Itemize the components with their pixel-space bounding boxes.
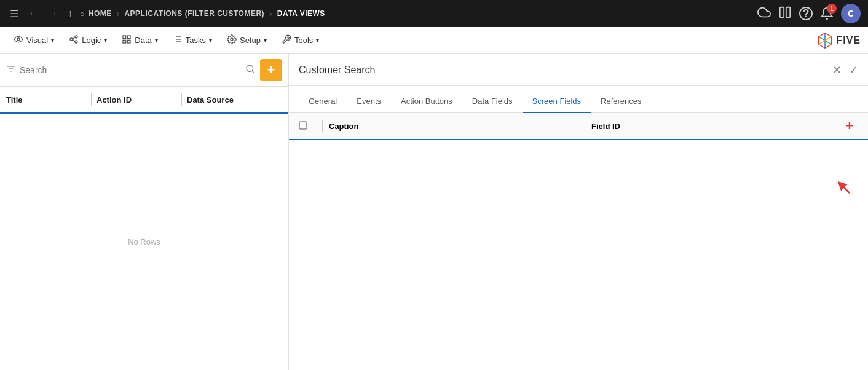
breadcrumb-data-views[interactable]: DATA VIEWS [277, 9, 325, 18]
home-icon: ⌂ [80, 9, 85, 18]
search-input[interactable] [20, 65, 240, 75]
fields-col-sep-2 [585, 120, 585, 132]
data-icon [122, 34, 132, 46]
svg-point-5 [75, 41, 77, 43]
tools-icon [282, 34, 291, 46]
breadcrumb-arrow-2: › [269, 9, 272, 18]
up-button[interactable]: ↑ [65, 6, 75, 22]
breadcrumb-home[interactable]: ⌂ HOME [80, 9, 112, 18]
svg-rect-11 [128, 40, 131, 43]
svg-rect-1 [786, 7, 790, 17]
menu-item-setup[interactable]: Setup ▾ [221, 31, 273, 50]
five-logo-text: FIVE [836, 35, 861, 46]
menu-bar: Visual ▾ Logic ▾ Data ▾ Tasks ▾ Setup ▾ … [0, 27, 868, 54]
logic-icon [69, 34, 79, 46]
column-data-source: Data Source [187, 95, 282, 104]
top-nav-bar: ☰ ← → ↑ ⌂ HOME › APPLICATIONS (FILTER CU… [0, 0, 868, 27]
check-icon: ✓ [849, 64, 858, 76]
menu-item-tools[interactable]: Tools ▾ [275, 31, 325, 50]
fields-col-sep-1 [322, 120, 323, 132]
col-separator-1 [91, 93, 92, 106]
top-nav-left: ☰ ← → ↑ ⌂ HOME › APPLICATIONS (FILTER CU… [7, 6, 751, 22]
svg-rect-8 [123, 36, 126, 39]
no-rows-text: No Rows [128, 237, 160, 246]
tab-references[interactable]: References [591, 90, 651, 113]
tab-data-fields[interactable]: Data Fields [462, 90, 523, 113]
col-separator-2 [181, 93, 182, 106]
forward-icon: → [48, 8, 58, 19]
fields-col-caption: Caption [329, 122, 578, 131]
hamburger-icon: ☰ [10, 8, 18, 20]
svg-line-6 [73, 37, 75, 39]
add-icon: + [267, 62, 275, 78]
tab-screen-fields[interactable]: Screen Fields [523, 90, 591, 113]
setup-icon [227, 34, 237, 46]
close-icon: ✕ [832, 64, 842, 76]
five-logo: FIVE [816, 32, 861, 49]
svg-rect-0 [780, 7, 784, 17]
breadcrumb-arrow-1: › [117, 9, 120, 18]
visual-icon [14, 34, 23, 46]
fields-add-button[interactable]: + [841, 117, 858, 135]
books-icon[interactable] [778, 6, 792, 22]
breadcrumb: ⌂ HOME › APPLICATIONS (FILTER CUSTOMER) … [80, 9, 325, 18]
menu-item-visual[interactable]: Visual ▾ [7, 31, 60, 50]
up-icon: ↑ [68, 8, 73, 19]
panel-close-button[interactable]: ✕ [832, 63, 842, 77]
right-panel-wrapper: Customer Search ✕ ✓ General Events [289, 54, 868, 370]
top-nav-right: ? 1 C [757, 4, 861, 23]
table-header: Title Action ID Data Source [0, 87, 288, 114]
menu-item-logic[interactable]: Logic ▾ [63, 31, 113, 50]
menu-icon-button[interactable]: ☰ [7, 6, 21, 22]
svg-point-18 [231, 38, 233, 41]
tab-events[interactable]: Events [347, 90, 391, 113]
right-panel: Customer Search ✕ ✓ General Events [289, 54, 868, 370]
menu-item-tasks[interactable]: Tasks ▾ [167, 31, 218, 50]
back-button[interactable]: ← [26, 6, 41, 22]
table-body: No Rows [0, 114, 288, 370]
logic-arrow-icon: ▾ [104, 37, 107, 44]
menu-item-data[interactable]: Data ▾ [116, 31, 164, 50]
main-content: + Title Action ID Data Source No Rows [0, 54, 868, 370]
avatar[interactable]: C [841, 4, 861, 23]
fields-body [289, 140, 868, 370]
panel-header: Customer Search ✕ ✓ [289, 54, 868, 86]
data-arrow-icon: ▾ [155, 37, 158, 44]
panel-header-actions: ✕ ✓ [832, 63, 858, 77]
svg-point-26 [247, 65, 253, 72]
breadcrumb-applications[interactable]: APPLICATIONS (FILTER CUSTOMER) [124, 9, 264, 18]
column-action-id: Action ID [97, 95, 176, 104]
search-input-wrap [6, 64, 240, 76]
back-icon: ← [28, 8, 38, 19]
tab-general[interactable]: General [299, 90, 347, 113]
cloud-icon[interactable] [757, 6, 771, 22]
menu-item-data-label: Data [135, 36, 151, 45]
left-panel: + Title Action ID Data Source No Rows [0, 54, 289, 370]
fields-add-icon: + [846, 118, 854, 134]
forward-button[interactable]: → [45, 6, 60, 22]
add-record-button[interactable]: + [260, 59, 282, 81]
svg-line-27 [252, 71, 254, 73]
visual-arrow-icon: ▾ [51, 37, 54, 44]
notification-icon[interactable]: 1 [820, 7, 834, 20]
svg-rect-28 [299, 122, 307, 129]
tabs-bar: General Events Action Buttons Data Field… [289, 86, 868, 113]
setup-arrow-icon: ▾ [264, 37, 267, 44]
menu-item-logic-label: Logic [82, 36, 101, 45]
svg-point-3 [70, 38, 73, 41]
help-icon[interactable]: ? [799, 7, 813, 20]
menu-item-tools-label: Tools [294, 36, 313, 45]
svg-line-7 [73, 39, 75, 42]
fields-col-check [299, 121, 316, 132]
search-bar: + [0, 54, 288, 87]
tasks-arrow-icon: ▾ [209, 37, 212, 44]
column-title: Title [6, 95, 86, 104]
panel-title: Customer Search [299, 65, 832, 76]
tab-action-buttons[interactable]: Action Buttons [391, 90, 462, 113]
tasks-icon [173, 34, 183, 46]
panel-confirm-button[interactable]: ✓ [849, 63, 858, 77]
menu-item-visual-label: Visual [26, 36, 48, 45]
search-icon[interactable] [245, 64, 255, 76]
svg-point-2 [17, 38, 20, 41]
svg-point-4 [75, 36, 77, 38]
